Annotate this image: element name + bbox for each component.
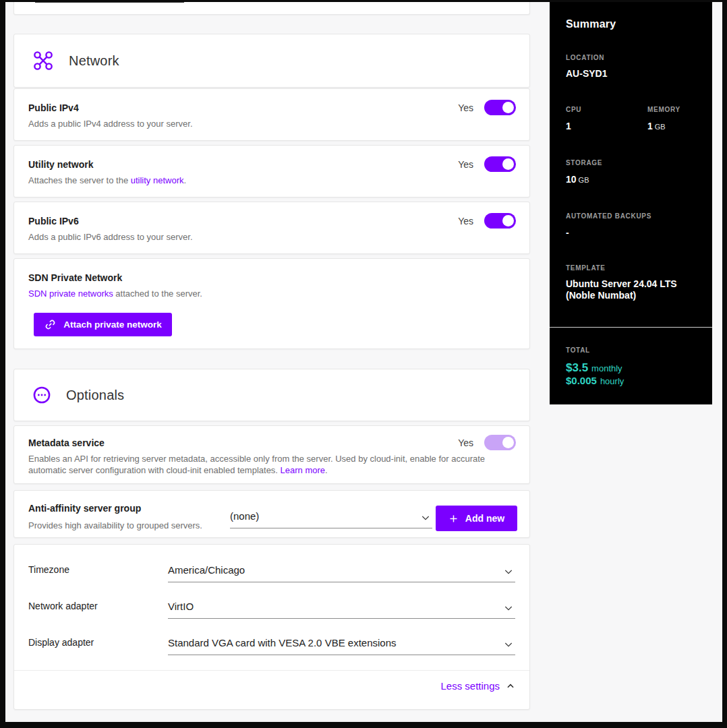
location-label: LOCATION xyxy=(566,54,604,61)
utility-network-label: Utility network xyxy=(28,159,93,170)
advanced-settings-card: Timezone America/Chicago Network adapter… xyxy=(13,544,530,710)
memory-label: MEMORY xyxy=(647,106,680,113)
utility-network-toggle-state: Yes xyxy=(458,159,473,170)
optionals-icon xyxy=(32,386,51,404)
monthly-unit: monthly xyxy=(591,363,622,373)
total-label: TOTAL xyxy=(566,346,590,354)
automated-backups-label: AUTOMATED BACKUPS xyxy=(566,212,651,220)
network-icon xyxy=(32,50,54,71)
description-text: Attaches the server to the xyxy=(28,175,131,185)
chevron-down-icon xyxy=(503,566,514,577)
network-adapter-select-value: VirtIO xyxy=(168,601,194,612)
display-adapter-select-value: Standard VGA card with VESA 2.0 VBE exte… xyxy=(168,637,397,648)
window-border-top xyxy=(0,0,727,2)
public-ipv6-row: Public IPv6 Adds a public IPv6 address t… xyxy=(13,202,530,254)
cpu-label: CPU xyxy=(566,106,581,113)
public-ipv6-toggle[interactable] xyxy=(484,213,516,229)
optionals-section-header: Optionals xyxy=(13,369,530,421)
chevron-down-icon xyxy=(503,603,514,613)
public-ipv4-description: Adds a public IPv4 address to your serve… xyxy=(28,119,193,129)
network-adapter-select[interactable]: VirtIO xyxy=(168,597,515,619)
summary-separator xyxy=(550,327,712,328)
template-label: TEMPLATE xyxy=(566,264,606,272)
public-ipv4-toggle[interactable] xyxy=(484,100,516,115)
add-new-button[interactable]: Add new xyxy=(436,506,517,531)
previous-section-card-partial xyxy=(13,0,530,15)
sdn-private-network-row: SDN Private Network SDN private networks… xyxy=(13,258,530,349)
anti-affinity-select-value: (none) xyxy=(230,510,259,522)
utility-network-link[interactable]: utility network xyxy=(131,175,184,185)
display-adapter-select[interactable]: Standard VGA card with VESA 2.0 VBE exte… xyxy=(168,634,515,655)
add-new-button-label: Add new xyxy=(465,513,504,524)
window-border-right xyxy=(722,0,727,728)
storage-amount: 10 xyxy=(566,174,577,185)
window-border-left xyxy=(0,0,5,728)
sdn-private-network-description: SDN private networks attached to the ser… xyxy=(28,289,202,299)
total-hourly: $0.005hourly xyxy=(566,375,624,387)
utility-network-description: Attaches the server to the utility netwo… xyxy=(28,175,186,185)
summary-panel: Summary LOCATION AU-SYD1 CPU 1 MEMORY 1G… xyxy=(550,0,712,404)
summary-title: Summary xyxy=(566,18,616,30)
description-text: attached to the server. xyxy=(113,289,202,299)
less-settings-link[interactable]: Less settings xyxy=(440,680,515,692)
public-ipv6-description: Adds a public IPv6 address to your serve… xyxy=(28,232,193,242)
toggle-knob xyxy=(502,102,514,113)
public-ipv4-row: Public IPv4 Adds a public IPv4 address t… xyxy=(13,88,530,141)
utility-network-toggle[interactable] xyxy=(484,156,516,172)
chevron-down-icon xyxy=(420,512,431,523)
chevron-up-icon xyxy=(506,681,515,691)
storage-value: 10GB xyxy=(566,174,589,185)
sdn-private-network-label: SDN Private Network xyxy=(28,272,122,283)
metadata-service-toggle[interactable] xyxy=(484,435,516,450)
toggle-knob xyxy=(502,215,514,226)
memory-value: 1GB xyxy=(647,121,666,131)
toggle-knob xyxy=(502,437,514,448)
hourly-price: $0.005 xyxy=(566,375,597,386)
description-text: Enables an API for retrieving server met… xyxy=(28,454,485,475)
public-ipv4-toggle-state: Yes xyxy=(458,102,473,113)
memory-amount: 1 xyxy=(647,121,653,131)
location-value: AU-SYD1 xyxy=(566,68,607,79)
cpu-value: 1 xyxy=(566,121,571,131)
attach-button-label: Attach private network xyxy=(63,320,162,330)
automated-backups-value: - xyxy=(566,227,569,238)
timezone-select[interactable]: America/Chicago xyxy=(168,561,515,582)
less-settings-label: Less settings xyxy=(440,680,500,692)
description-text: . xyxy=(325,465,328,475)
timezone-select-value: America/Chicago xyxy=(168,564,245,576)
public-ipv4-label: Public IPv4 xyxy=(28,102,79,113)
storage-label: STORAGE xyxy=(566,159,602,166)
network-section-header: Network xyxy=(13,34,530,88)
learn-more-link[interactable]: Learn more xyxy=(281,465,325,475)
network-section-title: Network xyxy=(69,53,119,69)
network-adapter-label: Network adapter xyxy=(28,601,98,611)
timezone-label: Timezone xyxy=(28,564,69,575)
metadata-service-description: Enables an API for retrieving server met… xyxy=(28,454,515,476)
hourly-unit: hourly xyxy=(600,376,624,386)
metadata-service-row: Metadata service Yes Enables an API for … xyxy=(13,425,530,484)
window-border-bottom xyxy=(0,722,727,728)
template-value: Ubuntu Server 24.04 LTS (Noble Numbat) xyxy=(566,278,701,301)
anti-affinity-label: Anti-affinity server group xyxy=(28,503,141,514)
metadata-service-label: Metadata service xyxy=(28,437,105,448)
sdn-private-networks-link[interactable]: SDN private networks xyxy=(28,289,113,299)
utility-network-row: Utility network Attaches the server to t… xyxy=(13,145,530,198)
display-adapter-label: Display adapter xyxy=(28,637,94,648)
description-text: . xyxy=(184,175,187,185)
divider xyxy=(14,670,529,671)
anti-affinity-description: Provides high availability to grouped se… xyxy=(28,520,202,530)
total-monthly: $3.5monthly xyxy=(566,361,622,375)
public-ipv6-toggle-state: Yes xyxy=(458,216,473,226)
plus-icon xyxy=(448,514,459,524)
attach-icon xyxy=(44,318,57,331)
monthly-price: $3.5 xyxy=(566,361,588,374)
anti-affinity-select[interactable]: (none) xyxy=(230,507,432,528)
optionals-section-title: Optionals xyxy=(66,388,124,403)
anti-affinity-row: Anti-affinity server group Provides high… xyxy=(13,490,530,538)
chevron-down-icon xyxy=(503,639,514,650)
attach-private-network-button[interactable]: Attach private network xyxy=(34,313,172,336)
public-ipv6-label: Public IPv6 xyxy=(28,216,79,226)
memory-unit: GB xyxy=(655,123,666,131)
storage-unit: GB xyxy=(579,176,589,184)
toggle-knob xyxy=(502,158,514,170)
